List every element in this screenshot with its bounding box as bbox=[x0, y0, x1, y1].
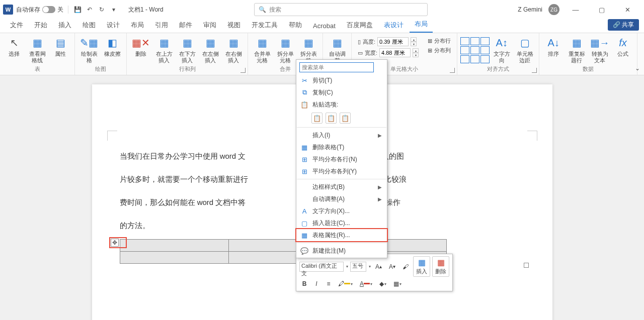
insert-right-button[interactable]: ▦在右侧插入 bbox=[222, 35, 245, 65]
width-label: 宽度: bbox=[365, 49, 377, 57]
menu-distribute-cols[interactable]: ⊞平均分布各列(Y) bbox=[296, 165, 387, 177]
undo-icon[interactable]: ↶ bbox=[85, 5, 94, 14]
insert-below-button[interactable]: ▦在下方插入 bbox=[176, 35, 198, 65]
menu-insert[interactable]: 插入(I)▶ bbox=[296, 129, 387, 141]
tab-draw[interactable]: 绘图 bbox=[77, 19, 101, 33]
tab-mailings[interactable]: 邮件 bbox=[174, 19, 197, 33]
tab-table-layout[interactable]: 布局 bbox=[410, 18, 433, 33]
menu-new-comment[interactable]: 💬新建批注(M) bbox=[296, 245, 387, 257]
eraser-button[interactable]: ◧橡皮擦 bbox=[101, 35, 123, 58]
paste-option-merge[interactable]: 📋 bbox=[326, 113, 337, 124]
font-color-button[interactable]: A▾ bbox=[357, 279, 375, 289]
shrink-font-button[interactable]: A▾ bbox=[386, 262, 398, 272]
sort-button[interactable]: A↓排序 bbox=[542, 35, 565, 58]
bold-button[interactable]: B bbox=[299, 279, 309, 289]
redo-icon[interactable]: ↻ bbox=[97, 5, 106, 14]
text-direction-button[interactable]: A↕文字方向 bbox=[491, 35, 513, 65]
menu-text-direction[interactable]: A文字方向(X)... bbox=[296, 205, 387, 217]
draw-table-button[interactable]: ✎▦绘制表格 bbox=[78, 35, 100, 65]
save-icon[interactable]: 💾 bbox=[73, 5, 82, 14]
mini-insert-button[interactable]: ▦插入 bbox=[413, 256, 430, 277]
insert-left-button[interactable]: ▦在左侧插入 bbox=[199, 35, 221, 65]
format-painter-button[interactable]: 🖌 bbox=[400, 262, 411, 272]
group-draw-label: 绘图 bbox=[95, 65, 106, 74]
width-spinner[interactable]: ▴▾ bbox=[413, 48, 419, 57]
highlight-button[interactable]: 🖍▾ bbox=[336, 279, 355, 289]
select-button[interactable]: ↖选择 bbox=[3, 35, 25, 58]
distribute-rows-button[interactable]: ⊞分布行 bbox=[428, 37, 451, 45]
submenu-arrow-icon: ▶ bbox=[378, 184, 382, 190]
insert-above-button[interactable]: ▦在上方插入 bbox=[153, 35, 175, 65]
tab-file[interactable]: 文件 bbox=[5, 19, 28, 33]
delete-table-icon: ▦ bbox=[300, 143, 308, 151]
tab-insert[interactable]: 插入 bbox=[53, 19, 76, 33]
merge-cells-button[interactable]: ▦合并单元格 bbox=[251, 35, 273, 65]
tab-table-design[interactable]: 表设计 bbox=[379, 19, 409, 33]
font-name-combo[interactable]: Calibri (西文正文 bbox=[299, 262, 344, 272]
tab-review[interactable]: 审阅 bbox=[198, 19, 221, 33]
height-input[interactable] bbox=[377, 37, 409, 46]
table-move-handle[interactable]: ✥ bbox=[111, 239, 119, 247]
convert-text-button[interactable]: ▦→转换为文本 bbox=[589, 35, 611, 65]
menu-table-properties[interactable]: ▦表格属性(R)... bbox=[296, 229, 387, 241]
tab-baidu[interactable]: 百度网盘 bbox=[342, 19, 378, 33]
border-button[interactable]: ▦▾ bbox=[391, 279, 404, 289]
tab-home[interactable]: 开始 bbox=[29, 19, 52, 33]
alignment-grid[interactable] bbox=[460, 37, 490, 63]
cell-margins-button[interactable]: ▢单元格边距 bbox=[514, 35, 536, 65]
cellsize-dialog-launcher[interactable] bbox=[450, 68, 455, 73]
minimize-button[interactable]: — bbox=[566, 2, 586, 17]
menu-cut[interactable]: ✂剪切(T) bbox=[296, 74, 387, 86]
ribbon-collapse-icon[interactable]: ⌄ bbox=[635, 65, 640, 72]
group-align-label: 对齐方式 bbox=[487, 65, 509, 74]
table-cell[interactable] bbox=[120, 240, 228, 252]
distribute-cols-button[interactable]: ⊞分布列 bbox=[428, 47, 451, 54]
user-avatar[interactable]: ZG bbox=[548, 4, 559, 15]
delete-button[interactable]: ▦✕删除 bbox=[130, 35, 152, 58]
menu-distribute-rows[interactable]: ⊞平均分布各行(N) bbox=[296, 153, 387, 165]
qat-customize-icon[interactable]: ▾ bbox=[109, 5, 118, 14]
tab-view[interactable]: 视图 bbox=[222, 19, 246, 33]
width-input[interactable] bbox=[379, 48, 411, 57]
tab-references[interactable]: 引用 bbox=[150, 19, 173, 33]
menu-copy[interactable]: ⧉复制(C) bbox=[296, 86, 387, 98]
menu-search-input[interactable] bbox=[299, 62, 374, 72]
tab-design[interactable]: 设计 bbox=[102, 19, 125, 33]
tab-layout[interactable]: 布局 bbox=[126, 19, 149, 33]
paste-option-text[interactable]: 📋 bbox=[340, 113, 351, 124]
autosave-switch[interactable] bbox=[42, 6, 55, 13]
menu-autofit[interactable]: 自动调整(A)▶ bbox=[296, 193, 387, 205]
tab-acrobat[interactable]: Acrobat bbox=[308, 20, 341, 33]
close-button[interactable]: ✕ bbox=[618, 2, 638, 17]
table-cell[interactable] bbox=[120, 252, 228, 264]
align-dialog-launcher[interactable] bbox=[532, 68, 537, 73]
table-resize-handle[interactable] bbox=[524, 263, 529, 268]
split-cells-button[interactable]: ▦拆分单元格 bbox=[274, 35, 296, 65]
grow-font-button[interactable]: A▴ bbox=[373, 262, 384, 272]
share-button[interactable]: 🔗 共享 bbox=[608, 19, 639, 31]
user-name[interactable]: Z Gemini bbox=[518, 6, 542, 13]
search-input[interactable]: 🔍 搜索 bbox=[254, 3, 428, 16]
height-spinner[interactable]: ▴▾ bbox=[411, 37, 417, 46]
align-button[interactable]: ≡ bbox=[324, 279, 334, 289]
view-gridlines-button[interactable]: ▦查看网格线 bbox=[26, 35, 48, 65]
mini-toolbar: Calibri (西文正文▾ 五号▾ A▴ A▾ 🖌 ▦插入 ▦删除 B I ≡… bbox=[296, 254, 453, 291]
maximize-button[interactable]: ▢ bbox=[592, 2, 612, 17]
italic-button[interactable]: I bbox=[311, 279, 321, 289]
paste-option-nest[interactable]: 📋 bbox=[311, 113, 323, 124]
properties-button[interactable]: ▤属性 bbox=[49, 35, 71, 58]
formula-button[interactable]: fx公式 bbox=[612, 35, 634, 58]
menu-border-style[interactable]: 边框样式(B)▶ bbox=[296, 181, 387, 193]
menu-insert-caption[interactable]: ▢插入题注(C)... bbox=[296, 217, 387, 229]
mini-delete-button[interactable]: ▦删除 bbox=[432, 256, 449, 277]
font-size-combo[interactable]: 五号 bbox=[350, 262, 366, 272]
insert-icon: ▦ bbox=[418, 258, 426, 267]
title-bar: W 自动保存 关 💾 ↶ ↻ ▾ 文档1 - Word 🔍 搜索 Z Gemin… bbox=[0, 0, 644, 19]
tab-help[interactable]: 帮助 bbox=[284, 19, 307, 33]
rows-cols-dialog-launcher[interactable] bbox=[240, 68, 246, 73]
tab-developer[interactable]: 开发工具 bbox=[247, 19, 283, 33]
shading-button[interactable]: ◆▾ bbox=[377, 279, 389, 289]
repeat-header-button[interactable]: ▦重复标题行 bbox=[566, 35, 588, 65]
menu-delete-table[interactable]: ▦删除表格(T) bbox=[296, 141, 387, 153]
autosave-toggle[interactable]: 自动保存 关 bbox=[16, 6, 63, 14]
